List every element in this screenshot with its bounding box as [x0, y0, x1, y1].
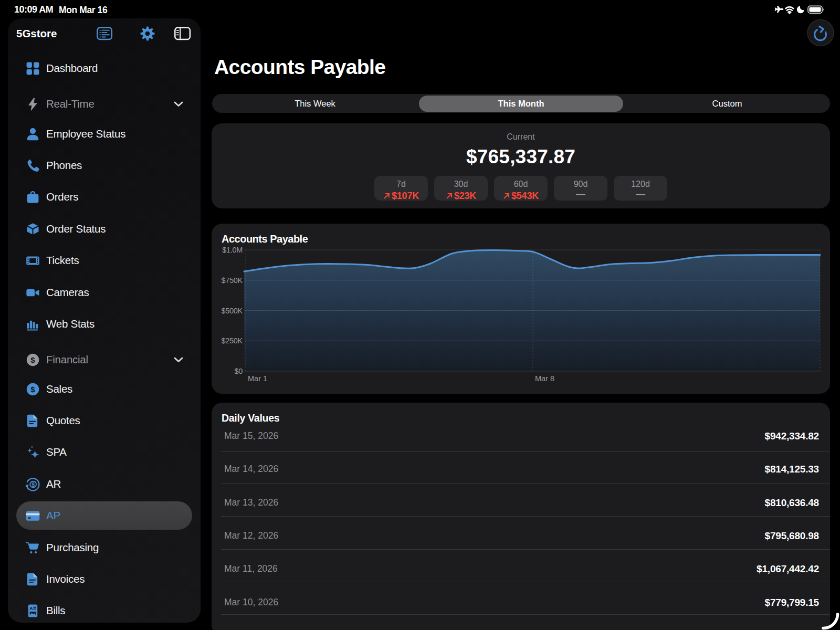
- svg-text:$: $: [30, 355, 35, 364]
- svg-text:$: $: [32, 481, 35, 487]
- svg-text:A: A: [29, 605, 33, 611]
- svg-text:$: $: [30, 384, 35, 393]
